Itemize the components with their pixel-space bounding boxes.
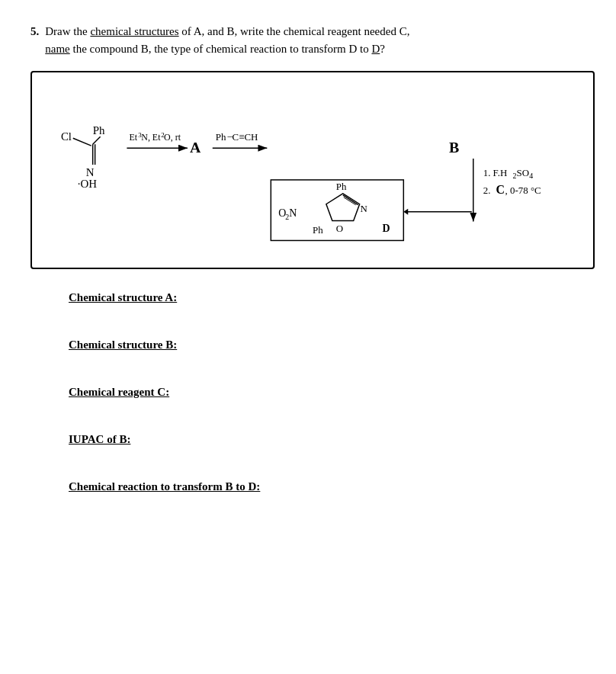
label-reaction-b-to-d: Chemical reaction to transform B to D: [69, 480, 260, 493]
label-chemical-structure-b: Chemical structure B: [69, 339, 177, 351]
question-number: 5. [30, 23, 39, 57]
question-text: Draw the chemical structures of A, and B… [45, 23, 409, 57]
svg-text:C≡CH: C≡CH [233, 131, 258, 143]
svg-text:, 0-78 °C: , 0-78 °C [505, 185, 541, 196]
underline-name: name [45, 43, 69, 55]
svg-line-3 [93, 136, 101, 144]
svg-text:B: B [449, 139, 459, 156]
underline-d: D [371, 43, 380, 55]
svg-text:Ph: Ph [216, 131, 226, 143]
section-reaction-b-to-d: Chemical reaction to transform B to D: [69, 480, 586, 493]
svg-line-1 [73, 138, 91, 146]
svg-text:O, rt: O, rt [164, 132, 181, 143]
label-chemical-structure-a: Chemical structure A: [69, 291, 177, 303]
svg-text:O: O [336, 223, 343, 234]
svg-text:N: N [361, 203, 368, 214]
svg-text:1. F.H: 1. F.H [483, 167, 508, 178]
svg-text:N: N [86, 166, 95, 178]
svg-line-35 [343, 195, 358, 205]
label-chemical-reagent-c: Chemical reagent C: [69, 386, 169, 398]
diagram-svg: Cl Ph N ·OH Et 3 N, Et 2 O, rt A [47, 85, 578, 252]
svg-marker-42 [403, 209, 408, 215]
section-chemical-structure-a: Chemical structure A: [69, 290, 586, 304]
svg-text:D: D [382, 223, 390, 234]
label-iupac-b: IUPAC of B: [69, 433, 130, 445]
svg-text:Ph: Ph [336, 181, 347, 192]
svg-text:·OH: ·OH [78, 178, 97, 190]
svg-text:Ph: Ph [93, 124, 105, 136]
diagram-box: Cl Ph N ·OH Et 3 N, Et 2 O, rt A [30, 71, 595, 269]
section-chemical-structure-b: Chemical structure B: [69, 338, 586, 351]
svg-text:2.: 2. [483, 185, 491, 196]
svg-text:Ph: Ph [313, 224, 323, 236]
question-header: 5. Draw the chemical structures of A, an… [30, 23, 586, 57]
svg-text:Cl: Cl [61, 130, 72, 143]
svg-text:Et: Et [129, 132, 137, 143]
section-chemical-reagent-c: Chemical reagent C: [69, 385, 586, 399]
svg-marker-34 [326, 194, 360, 221]
svg-text:N: N [289, 207, 297, 219]
svg-text:SO: SO [516, 167, 529, 178]
underline-chemical-structures: chemical structures [90, 25, 178, 37]
svg-text:N, Et: N, Et [141, 132, 161, 143]
svg-text:A: A [190, 139, 201, 156]
svg-text:4: 4 [529, 172, 533, 180]
section-iupac-b: IUPAC of B: [69, 432, 586, 446]
svg-text:C: C [496, 183, 505, 196]
